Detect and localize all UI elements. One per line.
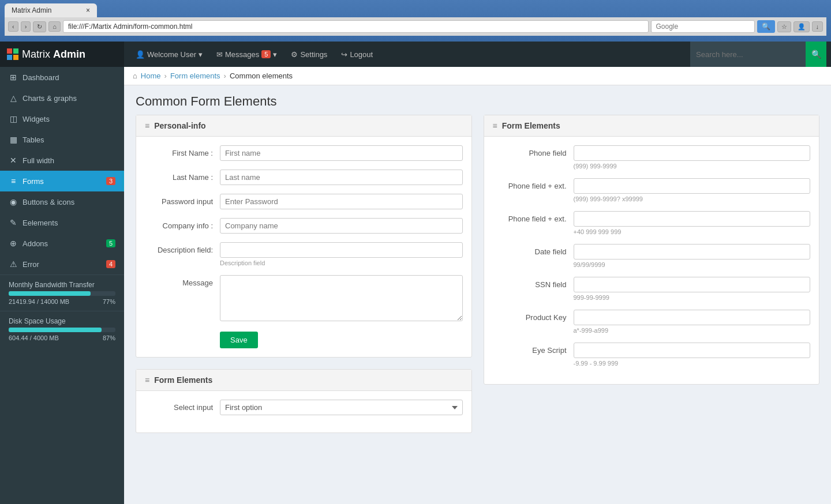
sidebar-item-widgets-label: Widgets [23,115,50,123]
description-field: Description field [220,242,463,266]
select-field: First option Second option Third option [220,400,463,415]
sidebar-item-fullwidth-label: Full width [23,156,54,165]
sidebar-item-error-label: Error [23,260,39,269]
disk-label: Disk Space Usage [9,317,115,325]
breadcrumb: ⌂ Home › Form elements › Common elements [124,67,831,85]
bandwidth-section: Monthly Bandwidth Transfer 21419.94 / 14… [0,274,124,311]
form-elements-left-header: ≡ Form Elements [136,370,471,391]
top-search-input[interactable] [690,42,806,67]
eelements-icon: ✎ [9,218,18,227]
browser-tab-bar: Matrix Admin × [5,3,826,17]
company-row: Company info : [145,218,463,234]
form-elements-right-header-title: Form Elements [502,121,560,130]
sidebar-item-addons-label: Addons [23,239,48,248]
welcome-chevron-icon: ▾ [199,50,203,59]
eye-script-input[interactable] [574,343,811,358]
browser-search-input[interactable] [651,20,755,33]
phone-ext1-field: (999) 999-9999? x99999 [574,178,811,202]
message-textarea[interactable] [220,275,463,321]
sidebar-item-dashboard[interactable]: ⊞ Dashboard [0,67,124,88]
logout-item[interactable]: ↪ Logout [334,42,380,67]
ssn-field-field: 999-99-9999 [574,277,811,301]
product-key-input[interactable] [574,310,811,325]
svg-rect-2 [7,55,12,60]
forms-badge: 3 [106,177,115,185]
phone-ext1-row: Phone field + ext. (999) 999-9999? x9999… [493,178,811,202]
product-key-row: Product Key a*-999-a999 [493,310,811,334]
message-field [220,275,463,323]
messages-chevron-icon: ▾ [273,50,277,59]
brand-logo-svg [7,48,18,60]
sidebar-item-tables[interactable]: ▦ Tables [0,129,124,150]
company-input[interactable] [220,218,463,234]
breadcrumb-home[interactable]: Home [141,72,161,80]
firstname-row: First Name : [145,145,463,161]
sidebar-item-addons[interactable]: ⊕ Addons 5 [0,233,124,254]
description-input[interactable] [220,242,463,258]
sidebar-item-error[interactable]: ⚠ Error 4 [0,254,124,274]
phone-field-input[interactable] [574,145,811,161]
sidebar-item-forms[interactable]: ≡ Forms 3 [0,171,124,191]
disk-usage: 604.44 / 4000 MB [9,334,59,341]
profile-button[interactable]: 👤 [793,21,810,32]
select-input[interactable]: First option Second option Third option [220,400,463,415]
sidebar-item-widgets[interactable]: ◫ Widgets [0,108,124,129]
active-indicator [122,171,124,191]
logout-label: Logout [350,50,373,59]
url-bar[interactable] [63,20,649,33]
col-right: ≡ Form Elements Phone field (999) 999-99… [484,115,820,445]
save-button[interactable]: Save [220,332,258,348]
tables-icon: ▦ [9,135,18,144]
app-wrapper: Matrix Admin 👤 Welcome User ▾ ✉ Messages… [0,42,831,504]
firstname-field [220,145,463,161]
description-label: Description field: [145,242,220,254]
eye-script-label: Eye Script [493,343,574,355]
sidebar-item-charts[interactable]: △ Charts & graphs [0,88,124,108]
back-button[interactable]: ‹ [8,21,18,32]
settings-item[interactable]: ⚙ Settings [284,42,334,67]
password-field [220,194,463,209]
top-navbar: Matrix Admin 👤 Welcome User ▾ ✉ Messages… [0,42,831,67]
messages-label: Messages [225,50,259,59]
form-elements-left-card: ≡ Form Elements Select input First optio… [136,369,472,433]
lastname-label: Last Name : [145,170,220,182]
top-search-button[interactable]: 🔍 [806,42,826,67]
sidebar-item-buttons[interactable]: ◉ Buttons & icons [0,191,124,212]
phone-field-label: Phone field [493,145,574,157]
sidebar-item-eelements[interactable]: ✎ Eelements [0,212,124,233]
firstname-label: First Name : [145,145,220,157]
sidebar-item-fullwidth[interactable]: ✕ Full width [0,150,124,171]
settings-icon: ⚙ [291,50,298,59]
form-elements-right-card: ≡ Form Elements Phone field (999) 999-99… [484,115,820,385]
browser-search-button[interactable]: 🔍 [757,20,775,33]
reload-button[interactable]: ↻ [33,21,46,32]
firstname-input[interactable] [220,145,463,161]
eye-script-hint: -9.99 - 9.99 999 [574,360,811,367]
messages-badge: 5 [261,50,271,58]
bandwidth-values: 21419.94 / 14000 MB 77% [9,298,115,305]
personal-info-header-title: Personal-info [154,121,205,130]
password-input[interactable] [220,194,463,209]
dashboard-icon: ⊞ [9,73,18,82]
product-key-field: a*-999-a999 [574,310,811,334]
ssn-field-input[interactable] [574,277,811,292]
bookmark-button[interactable]: ☆ [777,21,791,32]
phone-ext2-hint: +40 999 999 999 [574,228,811,235]
browser-tab[interactable]: Matrix Admin × [5,3,97,17]
phone-ext2-input[interactable] [574,211,811,227]
eye-script-field: -9.99 - 9.99 999 [574,343,811,367]
forward-button[interactable]: › [21,21,31,32]
top-search: 🔍 [690,42,826,67]
welcome-user-item[interactable]: 👤 Welcome User ▾ [129,42,209,67]
messages-item[interactable]: ✉ Messages 5 ▾ [209,42,284,67]
page-title: Common Form Elements [124,85,831,115]
download-button[interactable]: ↓ [812,21,823,32]
tab-close-btn[interactable]: × [86,6,90,14]
sidebar: ⊞ Dashboard △ Charts & graphs ◫ Widgets … [0,67,124,504]
sidebar-item-forms-label: Forms [23,177,44,186]
lastname-input[interactable] [220,170,463,185]
phone-ext1-input[interactable] [574,178,811,194]
home-button[interactable]: ⌂ [48,21,61,32]
breadcrumb-form-elements[interactable]: Form elements [170,72,220,80]
date-field-input[interactable] [574,244,811,259]
